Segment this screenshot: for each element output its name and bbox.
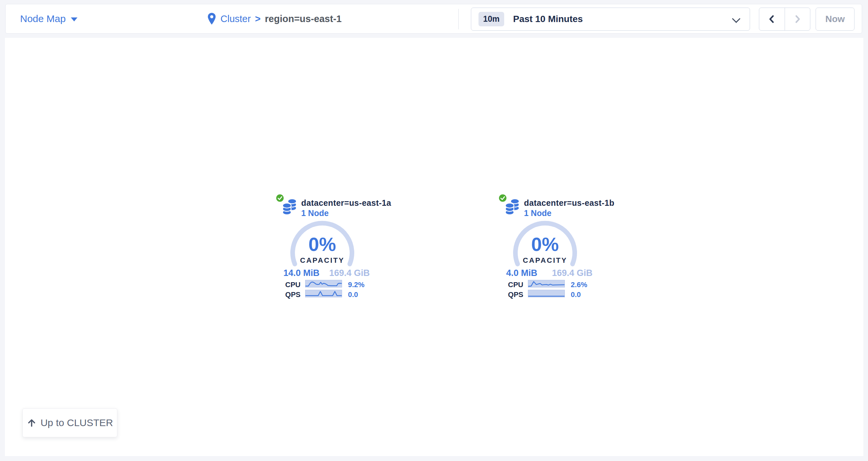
breadcrumb: Cluster > region=us-east-1: [207, 4, 342, 33]
locality-title: datacenter=us-east-1a: [301, 198, 391, 208]
time-step-back-button[interactable]: [759, 8, 785, 30]
capacity-label: CAPACITY: [286, 256, 359, 265]
cpu-value: 2.6%: [571, 281, 587, 289]
time-step-forward-button[interactable]: [785, 8, 810, 30]
capacity-total: 169.4 GiB: [542, 268, 592, 278]
now-button[interactable]: Now: [816, 7, 855, 31]
qps-sparkline: [528, 290, 565, 297]
chevron-down-icon: [732, 14, 740, 23]
arrow-up-icon: [27, 418, 37, 428]
capacity-total: 169.4 GiB: [320, 268, 370, 278]
time-step-buttons: [759, 7, 810, 31]
breadcrumb-cluster-link[interactable]: Cluster: [220, 13, 251, 24]
header-divider: [458, 9, 459, 29]
top-header-bar: Node Map Cluster > region=us-east-1 10m …: [5, 4, 862, 34]
cpu-sparkline: [528, 280, 565, 288]
time-range-badge: 10m: [478, 12, 504, 26]
database-stack-icon: [282, 198, 297, 216]
qps-value: 0.0: [571, 290, 581, 299]
locality-card-us-east-1b[interactable]: datacenter=us-east-1b 1 Node 0% CAPACITY…: [493, 191, 602, 339]
capacity-used: 14.0 MiB: [283, 268, 320, 278]
database-stack-icon: [505, 198, 520, 216]
time-range-label: Past 10 Minutes: [513, 14, 583, 24]
view-selector-dropdown[interactable]: Node Map: [20, 4, 78, 33]
view-selector-label: Node Map: [20, 13, 66, 24]
up-to-cluster-label: Up to CLUSTER: [40, 417, 113, 428]
map-pin-icon: [207, 12, 216, 25]
time-range-dropdown[interactable]: 10m Past 10 Minutes: [471, 7, 750, 31]
cpu-sparkline: [305, 280, 342, 288]
breadcrumb-current-locality: region=us-east-1: [265, 13, 342, 24]
cpu-value: 9.2%: [348, 281, 365, 289]
capacity-percentage: 0%: [292, 233, 352, 255]
locality-card-us-east-1a[interactable]: datacenter=us-east-1a 1 Node 0% CAPACITY…: [270, 191, 379, 339]
breadcrumb-separator: >: [255, 13, 261, 24]
chevron-left-icon: [767, 14, 777, 24]
qps-label: QPS: [282, 290, 301, 299]
capacity-percentage: 0%: [516, 233, 575, 255]
cpu-label: CPU: [505, 281, 523, 289]
capacity-label: CAPACITY: [509, 256, 581, 265]
qps-sparkline: [305, 290, 342, 297]
chevron-right-icon: [793, 14, 802, 24]
node-map-canvas: datacenter=us-east-1a 1 Node 0% CAPACITY…: [5, 38, 863, 456]
caret-down-icon: [71, 18, 78, 22]
locality-title: datacenter=us-east-1b: [524, 198, 614, 208]
qps-label: QPS: [505, 290, 523, 299]
up-to-cluster-button[interactable]: Up to CLUSTER: [23, 408, 117, 437]
capacity-used: 4.0 MiB: [506, 268, 537, 278]
cpu-label: CPU: [282, 281, 301, 289]
qps-value: 0.0: [348, 290, 358, 299]
